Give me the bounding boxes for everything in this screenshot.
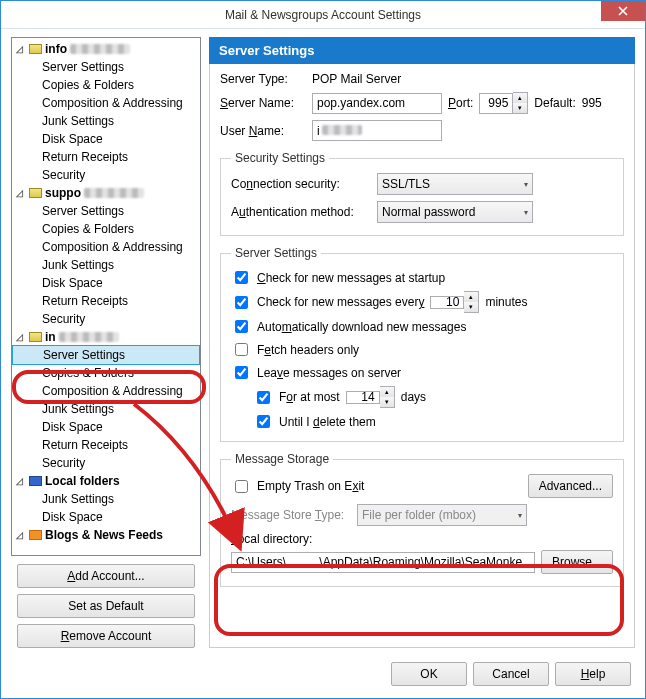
chevron-down-icon: ▾ (524, 208, 528, 217)
select-value: SSL/TLS (382, 177, 430, 191)
window-title: Mail & Newsgroups Account Settings (225, 8, 421, 22)
local-dir-label: Local directory: (231, 532, 613, 546)
tree-item-return-receipts[interactable]: Return Receipts (12, 436, 200, 454)
until-delete-checkbox[interactable] (257, 415, 270, 428)
chk-suffix: days (401, 390, 426, 404)
tree-item-server-settings[interactable]: Server Settings (12, 202, 200, 220)
chevron-down-icon[interactable]: ▾ (380, 397, 394, 407)
tree-item-disk-space[interactable]: Disk Space (12, 508, 200, 526)
auto-download-checkbox[interactable] (235, 320, 248, 333)
auth-method-label: Authentication method: (231, 205, 371, 219)
connection-security-label: Connection security: (231, 177, 371, 191)
chevron-down-icon[interactable]: ▾ (464, 302, 478, 312)
redaction (59, 332, 119, 342)
select-value: Normal password (382, 205, 475, 219)
close-icon (618, 6, 628, 16)
tree-label: Blogs & News Feeds (45, 528, 163, 542)
chevron-up-icon[interactable]: ▴ (380, 387, 394, 397)
leave-on-server-checkbox[interactable] (235, 366, 248, 379)
tree-blogs-feeds[interactable]: ◿Blogs & News Feeds (12, 526, 200, 544)
chevron-down-icon[interactable]: ▾ (513, 103, 527, 113)
fieldset-legend: Message Storage (231, 452, 333, 466)
tree-item-server-settings[interactable]: Server Settings (12, 58, 200, 76)
twisty-icon: ◿ (16, 188, 25, 198)
rss-icon (29, 530, 42, 540)
empty-trash-checkbox[interactable] (235, 480, 248, 493)
tree-item-security[interactable]: Security (12, 310, 200, 328)
twisty-icon: ◿ (16, 476, 25, 486)
tree-item-composition[interactable]: Composition & Addressing (12, 238, 200, 256)
minutes-spinner[interactable]: ▴▾ (430, 291, 479, 313)
ok-button[interactable]: OK (391, 662, 467, 686)
mail-icon (29, 44, 42, 54)
chk-label: Check for new messages every (257, 295, 424, 309)
tree-item-junk[interactable]: Junk Settings (12, 112, 200, 130)
tree-item-composition[interactable]: Composition & Addressing (12, 94, 200, 112)
days-spinner[interactable]: ▴▾ (346, 386, 395, 408)
titlebar: Mail & Newsgroups Account Settings (1, 1, 645, 29)
browse-button[interactable]: Browse... (541, 550, 613, 574)
for-at-most-checkbox[interactable] (257, 391, 270, 404)
tree-account[interactable]: ◿in (12, 328, 200, 346)
server-name-label: Server Name: (220, 96, 306, 110)
fieldset-legend: Server Settings (231, 246, 321, 260)
tree-label: info (45, 42, 67, 56)
twisty-icon: ◿ (16, 44, 25, 54)
tree-item-composition[interactable]: Composition & Addressing (12, 382, 200, 400)
advanced-button[interactable]: Advanced... (528, 474, 613, 498)
tree-local-folders[interactable]: ◿Local folders (12, 472, 200, 490)
chevron-up-icon[interactable]: ▴ (513, 93, 527, 103)
help-button[interactable]: Help (555, 662, 631, 686)
tree-item-junk[interactable]: Junk Settings (12, 400, 200, 418)
redaction (70, 44, 130, 54)
redaction (84, 188, 144, 198)
check-startup-checkbox[interactable] (235, 271, 248, 284)
server-name-input[interactable] (312, 93, 442, 114)
twisty-icon: ◿ (16, 530, 25, 540)
chk-label: Check for new messages at startup (257, 271, 445, 285)
message-storage-group: Message Storage Empty Trash on Exit Adva… (220, 452, 624, 587)
default-label: Default: (534, 96, 575, 110)
tree-account[interactable]: ◿suppo (12, 184, 200, 202)
remove-account-button[interactable]: Remove Account (17, 624, 195, 648)
check-every-checkbox[interactable] (235, 296, 248, 309)
tree-item-disk-space[interactable]: Disk Space (12, 274, 200, 292)
account-tree[interactable]: ◿info Server Settings Copies & Folders C… (11, 37, 201, 556)
cancel-button[interactable]: Cancel (473, 662, 549, 686)
set-default-button[interactable]: Set as Default (17, 594, 195, 618)
tree-item-disk-space[interactable]: Disk Space (12, 418, 200, 436)
tree-item-copies-folders[interactable]: Copies & Folders (12, 76, 200, 94)
tree-item-return-receipts[interactable]: Return Receipts (12, 148, 200, 166)
chevron-up-icon[interactable]: ▴ (464, 292, 478, 302)
fetch-headers-checkbox[interactable] (235, 343, 248, 356)
mail-icon (29, 332, 42, 342)
connection-security-select[interactable]: SSL/TLS▾ (377, 173, 533, 195)
tree-item-disk-space[interactable]: Disk Space (12, 130, 200, 148)
tree-item-copies-folders[interactable]: Copies & Folders (12, 364, 200, 382)
local-directory-input[interactable] (231, 552, 535, 573)
tree-item-security[interactable]: Security (12, 454, 200, 472)
mail-icon (29, 188, 42, 198)
chk-label: Empty Trash on Exit (257, 479, 364, 493)
close-button[interactable] (601, 1, 645, 21)
auth-method-select[interactable]: Normal password▾ (377, 201, 533, 223)
fieldset-legend: Security Settings (231, 151, 329, 165)
tree-label: in (45, 330, 56, 344)
add-account-button[interactable]: AAdd Account...dd Account... (17, 564, 195, 588)
chk-suffix: minutes (485, 295, 527, 309)
store-type-select: File per folder (mbox)▾ (357, 504, 527, 526)
port-spinner[interactable]: ▴▾ (479, 92, 528, 114)
tree-item-security[interactable]: Security (12, 166, 200, 184)
tree-item-server-settings[interactable]: Server Settings (12, 345, 200, 365)
chk-label: For at most (279, 390, 340, 404)
tree-item-copies-folders[interactable]: Copies & Folders (12, 220, 200, 238)
tree-account[interactable]: ◿info (12, 40, 200, 58)
select-value: File per folder (mbox) (362, 508, 476, 522)
user-name-label: User Name: (220, 124, 306, 138)
tree-item-junk[interactable]: Junk Settings (12, 256, 200, 274)
tree-item-return-receipts[interactable]: Return Receipts (12, 292, 200, 310)
chevron-down-icon: ▾ (524, 180, 528, 189)
tree-item-junk[interactable]: Junk Settings (12, 490, 200, 508)
server-type-label: Server Type: (220, 72, 306, 86)
tree-label: suppo (45, 186, 81, 200)
